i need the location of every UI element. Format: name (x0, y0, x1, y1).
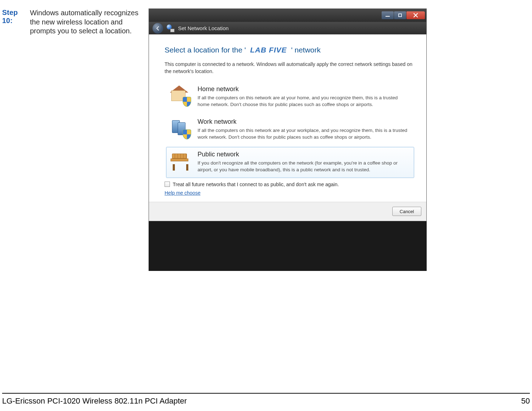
window-titlebar[interactable] (149, 9, 426, 22)
option-title: Work network (198, 118, 410, 126)
cancel-button[interactable]: Cancel (392, 207, 421, 216)
option-work-network[interactable]: Work network If all the computers on thi… (166, 114, 414, 145)
public-network-icon (170, 151, 191, 172)
heading-prefix: Select a location for the ' (165, 46, 246, 54)
minimize-button[interactable] (382, 11, 394, 19)
dialog-intro: This computer is connected to a network.… (165, 61, 414, 75)
option-home-network[interactable]: Home network If all the computers on thi… (166, 82, 414, 113)
footer-product: LG-Ericsson PCI-1020 Wireless 802.11n PC… (2, 396, 187, 406)
heading-network-name: LAB FIVE (248, 46, 289, 54)
future-networks-row: Treat all future networks that I connect… (165, 182, 414, 187)
close-button[interactable] (406, 11, 425, 19)
page-footer: LG-Ericsson PCI-1020 Wireless 802.11n PC… (2, 396, 530, 406)
step-text: Windows automatically recognizes the new… (30, 9, 143, 36)
option-title: Public network (198, 151, 410, 158)
help-me-choose-link[interactable]: Help me choose (165, 190, 200, 196)
set-network-location-dialog: Set Network Location Select a location f… (149, 9, 427, 221)
dialog-button-bar: Cancel (149, 202, 426, 221)
option-desc: If all the computers on this network are… (198, 127, 410, 141)
step-instruction: Step 10: Windows automatically recognize… (2, 9, 145, 36)
future-networks-checkbox[interactable] (165, 182, 170, 187)
option-public-network[interactable]: Public network If you don't recognize al… (166, 147, 414, 178)
close-icon (413, 13, 418, 18)
network-location-icon (167, 24, 174, 32)
maximize-button[interactable] (394, 11, 406, 19)
maximize-icon (398, 13, 402, 17)
footer-rule (2, 393, 530, 394)
work-network-icon (170, 118, 191, 139)
option-desc: If you don't recognize all the computers… (198, 160, 410, 173)
back-arrow-icon (155, 26, 160, 31)
option-desc: If all the computers on this network are… (198, 94, 410, 108)
heading-suffix: ' network (291, 46, 321, 54)
back-button[interactable] (153, 23, 163, 34)
footer-page-number: 50 (521, 396, 530, 406)
minimize-icon (386, 16, 390, 17)
option-title: Home network (198, 85, 410, 93)
window-title: Set Network Location (178, 25, 229, 31)
home-network-icon (170, 85, 191, 107)
future-networks-label: Treat all future networks that I connect… (173, 182, 339, 187)
dialog-content: Select a location for the ' LAB FIVE ' n… (149, 34, 426, 202)
dialog-heading: Select a location for the ' LAB FIVE ' n… (165, 46, 414, 54)
window-subbar: Set Network Location (149, 22, 426, 34)
network-options: Home network If all the computers on thi… (166, 82, 414, 178)
step-label: Step 10: (2, 9, 28, 25)
